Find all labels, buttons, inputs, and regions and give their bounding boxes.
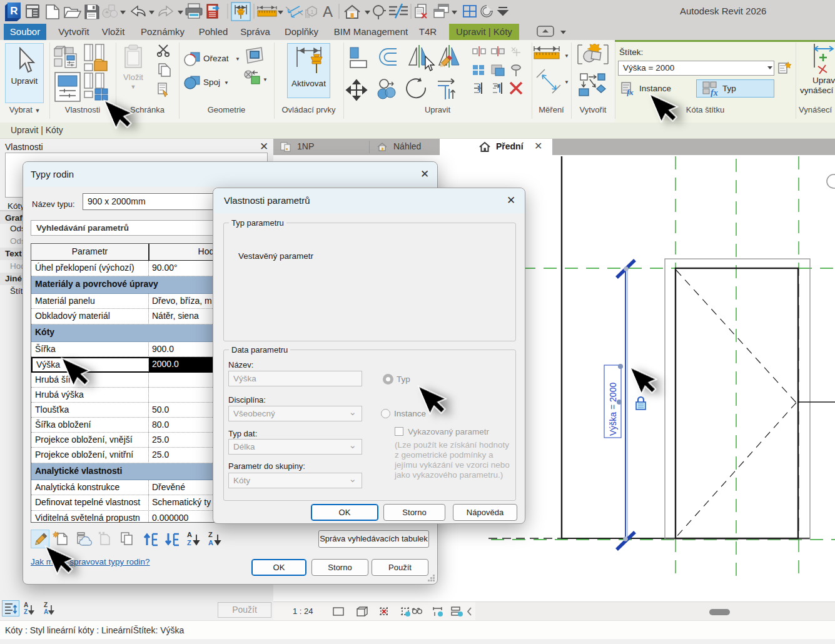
svg-text:Z: Z xyxy=(208,531,213,538)
svg-text:A: A xyxy=(323,3,333,20)
svg-text:Z: Z xyxy=(44,601,48,608)
svg-text:Výška = 2000: Výška = 2000 xyxy=(608,383,618,436)
svg-text:▼: ▼ xyxy=(235,56,240,62)
svg-text:▼: ▼ xyxy=(564,79,569,85)
svg-text:A: A xyxy=(187,531,192,538)
svg-text:Spoj: Spoj xyxy=(203,78,220,87)
svg-text:Z: Z xyxy=(24,608,28,615)
svg-text:Vložit: Vložit xyxy=(123,73,143,82)
svg-text:A: A xyxy=(24,601,28,608)
svg-text:▼: ▼ xyxy=(263,77,268,83)
svg-text:1 : 24: 1 : 24 xyxy=(293,606,313,616)
svg-text:▼: ▼ xyxy=(131,84,136,90)
svg-text:Z: Z xyxy=(187,539,191,546)
svg-text:A: A xyxy=(208,539,213,546)
svg-text:▼: ▼ xyxy=(224,80,229,86)
svg-text:A: A xyxy=(44,608,48,615)
svg-text:1: 1 xyxy=(310,9,313,15)
svg-text:fx: fx xyxy=(711,88,718,97)
svg-text:Ořezat: Ořezat xyxy=(203,54,229,63)
svg-text:fx: fx xyxy=(627,88,634,96)
svg-text:▼: ▼ xyxy=(564,53,569,59)
svg-text:R: R xyxy=(10,5,18,17)
